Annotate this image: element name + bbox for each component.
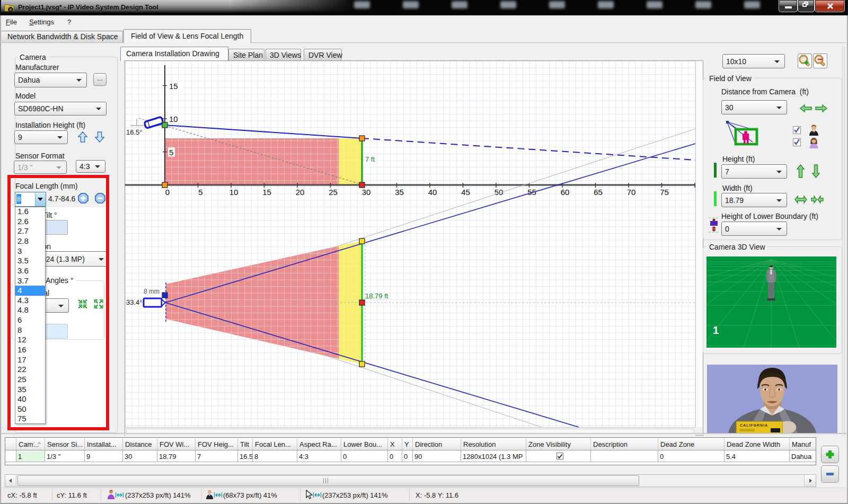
svg-text:65: 65 [594,188,603,197]
svg-text:75: 75 [660,188,669,197]
svg-text:35: 35 [395,188,404,197]
svg-text:7 ft: 7 ft [365,155,375,163]
svg-text:25: 25 [329,188,338,197]
svg-text:8 mm: 8 mm [144,288,160,295]
svg-text:33.4°: 33.4° [126,298,143,306]
svg-text:5: 5 [198,188,202,197]
svg-text:5: 5 [169,148,173,157]
svg-text:10: 10 [229,188,238,197]
svg-text:16.5°: 16.5° [126,128,143,136]
svg-text:10: 10 [169,114,178,123]
svg-text:15: 15 [169,82,178,91]
svg-text:70: 70 [627,188,636,197]
svg-text:45: 45 [461,188,470,197]
svg-text:15: 15 [262,188,271,197]
svg-text:30: 30 [362,188,371,197]
svg-text:60: 60 [561,188,570,197]
svg-text:18.79 ft: 18.79 ft [365,292,388,300]
svg-text:CΑLIFΘRNIΑ: CΑLIFΘRNIΑ [740,423,768,427]
svg-text:1: 1 [713,324,719,336]
svg-text:20: 20 [296,188,305,197]
svg-text:0: 0 [165,188,170,197]
svg-text:40: 40 [428,188,437,197]
